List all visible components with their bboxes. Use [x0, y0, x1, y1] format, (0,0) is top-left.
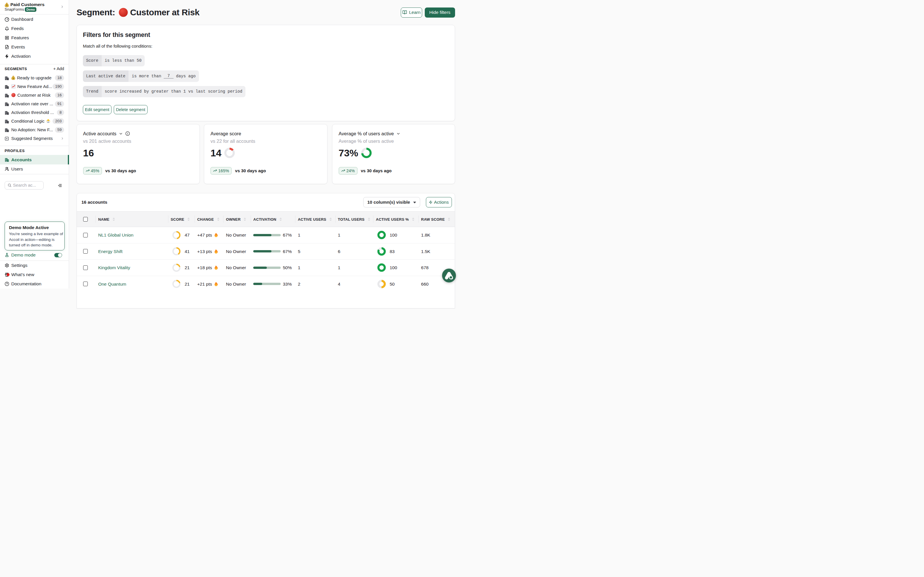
- svg-text:$: $: [13, 77, 14, 80]
- svg-text:$: $: [6, 4, 8, 6]
